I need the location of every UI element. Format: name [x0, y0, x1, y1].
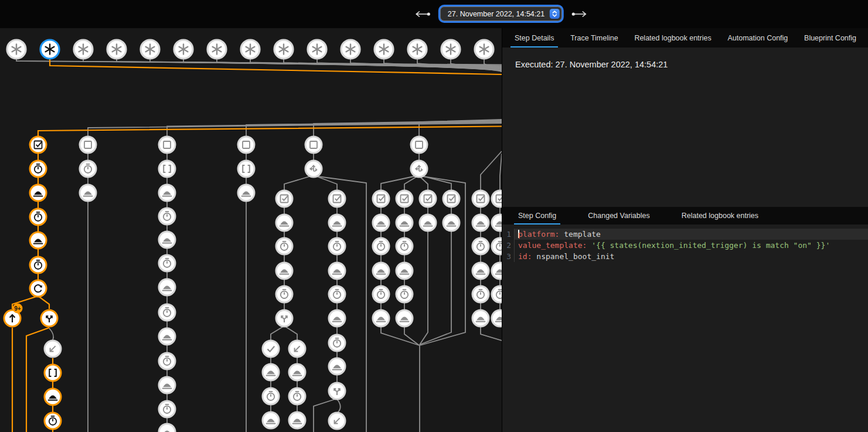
- trace-node-arrow-bottom-left[interactable]: [289, 341, 305, 357]
- trace-node-room-service[interactable]: [263, 364, 279, 380]
- trace-node-room-service[interactable]: [329, 358, 345, 375]
- trace-node-asterisk[interactable]: [475, 40, 493, 59]
- trace-node-room-service[interactable]: [492, 310, 502, 326]
- trace-node-asterisk[interactable]: [308, 40, 326, 59]
- step-config-code[interactable]: 1platform: template2value_template: '{{ …: [502, 224, 868, 432]
- trace-node-timer[interactable]: [80, 161, 96, 177]
- trace-node-timer[interactable]: [472, 286, 489, 302]
- trace-node-timer[interactable]: [289, 388, 305, 404]
- trace-node-checkbox-marked[interactable]: [396, 191, 413, 207]
- trace-node-call-split[interactable]: [41, 310, 57, 326]
- trace-node-room-service[interactable]: [396, 310, 413, 326]
- trace-node-asterisk[interactable]: [141, 40, 159, 59]
- trace-node-timer[interactable]: [329, 335, 345, 351]
- trace-node-checkbox-marked[interactable]: [373, 191, 389, 207]
- tab-related-logbook-entries[interactable]: Related logbook entries: [678, 207, 763, 224]
- trace-node-timer[interactable]: [30, 257, 46, 273]
- trace-node-code-brackets[interactable]: [159, 161, 175, 177]
- code-line-1[interactable]: 1platform: template: [502, 229, 868, 240]
- trace-node-room-service[interactable]: [159, 328, 175, 345]
- trace-node-asterisk[interactable]: [107, 40, 126, 59]
- trace-node-room-service[interactable]: [396, 215, 413, 231]
- trace-node-asterisk[interactable]: [74, 40, 93, 59]
- trace-node-timer[interactable]: [472, 238, 489, 254]
- trace-node-room-service[interactable]: [373, 215, 389, 231]
- tab-step-details[interactable]: Step Details: [510, 28, 558, 47]
- trace-node-timer[interactable]: [159, 401, 175, 417]
- trace-node-room-service[interactable]: [80, 185, 96, 201]
- trace-node-room-service[interactable]: [159, 185, 175, 201]
- trace-node-room-service[interactable]: [238, 185, 254, 201]
- trace-node-timer[interactable]: [396, 286, 413, 302]
- trace-node-asterisk[interactable]: [40, 40, 59, 59]
- trace-node-asterisk[interactable]: [341, 40, 360, 59]
- trace-node-checkbox-marked[interactable]: [30, 137, 46, 153]
- trace-node-timer[interactable]: [373, 286, 389, 302]
- trace-node-arrow-bottom-left[interactable]: [329, 413, 345, 429]
- trace-node-arrow-bottom-left[interactable]: [45, 341, 61, 357]
- trace-node-room-service[interactable]: [492, 215, 502, 231]
- tab-step-config[interactable]: Step Config: [514, 207, 560, 224]
- tab-automation-config[interactable]: Automation Config: [723, 28, 792, 47]
- trace-node-asterisk[interactable]: [408, 40, 427, 59]
- trace-node-timer[interactable]: [263, 388, 279, 404]
- trace-node-room-service[interactable]: [276, 215, 292, 231]
- trace-node-timer[interactable]: [159, 304, 175, 321]
- trace-node-room-service[interactable]: [289, 364, 305, 380]
- trace-node-checkbox-marked[interactable]: [420, 191, 436, 207]
- trace-node-room-service[interactable]: [276, 263, 292, 279]
- trace-node-refresh[interactable]: [30, 280, 46, 297]
- trace-node-checkbox-marked[interactable]: [329, 191, 345, 207]
- previous-trace-button[interactable]: [413, 9, 432, 19]
- trace-node-timer[interactable]: [276, 238, 292, 254]
- trace-node-checkbox-marked[interactable]: [472, 191, 489, 207]
- trace-node-room-service[interactable]: [289, 412, 305, 428]
- tab-changed-variables[interactable]: Changed Variables: [584, 207, 653, 224]
- trace-node-checkbox-blank[interactable]: [159, 137, 175, 153]
- trace-node-timer[interactable]: [30, 161, 46, 177]
- tab-related-logbook-entries[interactable]: Related logbook entries: [630, 28, 715, 47]
- trace-node-room-service[interactable]: [472, 215, 489, 231]
- trace-node-arrow-decision[interactable]: [411, 161, 427, 177]
- trace-node-timer[interactable]: [329, 238, 345, 254]
- trace-node-asterisk[interactable]: [7, 40, 26, 59]
- trace-node-timer[interactable]: [492, 286, 502, 302]
- trace-node-timer[interactable]: [159, 208, 175, 224]
- trace-node-call-split[interactable]: [276, 310, 292, 326]
- tab-trace-timeline[interactable]: Trace Timeline: [566, 28, 622, 47]
- trace-node-room-service[interactable]: [443, 215, 459, 231]
- trace-node-timer[interactable]: [373, 238, 389, 254]
- trace-node-asterisk[interactable]: [274, 40, 293, 59]
- trace-node-timer[interactable]: [30, 209, 46, 225]
- trace-node-room-service[interactable]: [472, 263, 489, 279]
- trace-node-room-service[interactable]: [30, 185, 46, 201]
- trace-node-room-service[interactable]: [329, 215, 345, 231]
- trace-node-timer[interactable]: [45, 413, 61, 429]
- trace-graph[interactable]: 9+: [0, 0, 502, 432]
- code-line-3[interactable]: 3id: nspanel_boot_init: [502, 251, 868, 262]
- trace-node-room-service[interactable]: [420, 215, 436, 231]
- trace-node-asterisk[interactable]: [174, 40, 193, 59]
- trace-node-room-service[interactable]: [472, 310, 489, 326]
- trace-node-asterisk[interactable]: [207, 40, 226, 59]
- trace-node-timer[interactable]: [492, 238, 502, 254]
- trace-node-checkbox-marked[interactable]: [443, 191, 459, 207]
- trace-node-timer[interactable]: [159, 353, 175, 369]
- trace-node-room-service[interactable]: [263, 412, 279, 428]
- trace-node-checkbox-marked[interactable]: [492, 191, 502, 207]
- tab-blueprint-config[interactable]: Blueprint Config: [800, 28, 860, 47]
- trace-node-checkbox-blank[interactable]: [305, 137, 322, 153]
- trace-node-code-brackets[interactable]: [238, 161, 254, 177]
- trace-node-room-service[interactable]: [373, 310, 389, 326]
- trace-node-room-service[interactable]: [159, 377, 175, 393]
- trace-node-checkbox-blank[interactable]: [238, 137, 254, 153]
- trace-node-room-service[interactable]: [45, 389, 61, 405]
- trace-node-room-service[interactable]: [373, 263, 389, 279]
- trace-node-call-split[interactable]: [329, 383, 345, 399]
- trace-node-asterisk[interactable]: [241, 40, 260, 59]
- trace-node-room-service[interactable]: [159, 232, 175, 248]
- trace-node-timer[interactable]: [396, 238, 413, 254]
- code-line-2[interactable]: 2value_template: '{{ states(nextion_init…: [502, 240, 868, 251]
- trace-node-checkbox-marked[interactable]: [276, 191, 292, 207]
- trace-node-timer[interactable]: [276, 286, 292, 302]
